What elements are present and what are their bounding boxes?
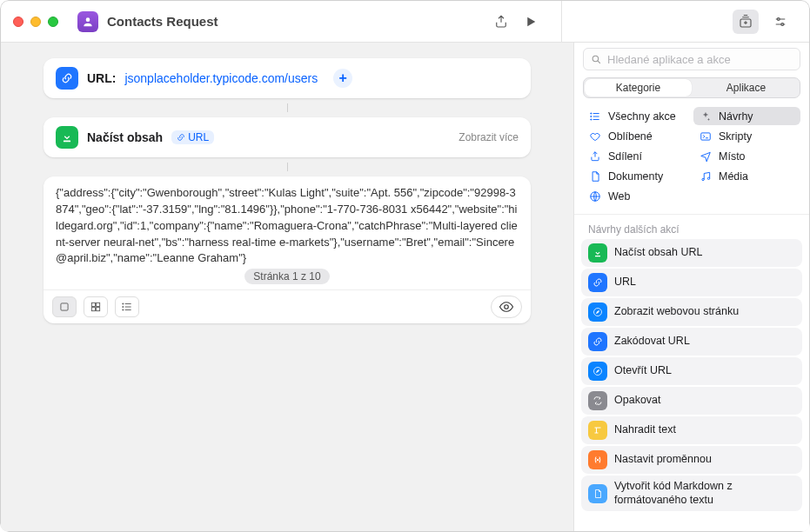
titlebar: Contacts Request xyxy=(1,1,809,43)
text-icon xyxy=(588,421,607,440)
category-label: Skripty xyxy=(719,130,752,143)
url-action-card[interactable]: URL: jsonplaceholder.typicode.com/users … xyxy=(44,58,531,98)
svg-point-19 xyxy=(707,177,709,179)
category-dokumenty[interactable]: Dokumenty xyxy=(583,167,690,185)
suggestion-item[interactable]: Opakovat xyxy=(581,387,802,415)
heart-icon xyxy=(588,130,601,143)
download-icon xyxy=(588,243,607,263)
suggestion-label: Nastavit proměnnou xyxy=(614,453,712,467)
svg-point-13 xyxy=(592,56,599,61)
suggestions-header: Návrhy dalších akcí xyxy=(574,215,809,239)
suggestion-label: Zakódovat URL xyxy=(614,335,690,349)
suggestion-item[interactable]: Otevřít URL xyxy=(581,357,802,385)
library-segment[interactable]: Kategorie Aplikace xyxy=(583,77,800,98)
suggestion-label: Otevřít URL xyxy=(614,364,672,378)
suggestion-item[interactable]: URL xyxy=(581,269,802,296)
url-label: URL: xyxy=(87,71,116,85)
category-web[interactable]: Web xyxy=(583,187,690,205)
category-label: Média xyxy=(719,170,748,183)
window-controls xyxy=(13,17,58,27)
download-icon xyxy=(56,126,78,149)
view-single-button[interactable] xyxy=(52,296,77,317)
link-icon xyxy=(588,332,607,351)
terminal-icon xyxy=(699,130,712,143)
suggestion-item[interactable]: Vytvořit kód Markdown z formátovaného te… xyxy=(581,475,802,511)
share-icon xyxy=(588,150,601,163)
svg-point-16 xyxy=(590,118,591,119)
search-input[interactable] xyxy=(607,53,793,66)
segment-categories[interactable]: Kategorie xyxy=(585,79,692,96)
suggestion-item[interactable]: Zobrazit webovou stránku xyxy=(581,298,802,326)
action-title: Načíst obsah xyxy=(87,130,163,144)
category-všechny-akce[interactable]: Všechny akce xyxy=(583,107,690,125)
segment-apps[interactable]: Aplikace xyxy=(693,78,800,97)
run-button[interactable] xyxy=(518,10,544,34)
list-icon xyxy=(588,110,601,123)
category-oblíbené[interactable]: Oblíbené xyxy=(583,127,690,145)
svg-point-14 xyxy=(590,112,591,113)
category-média[interactable]: Média xyxy=(693,167,800,185)
connector xyxy=(287,103,288,112)
doc-icon xyxy=(588,170,601,183)
svg-point-9 xyxy=(123,303,124,304)
svg-rect-3 xyxy=(64,141,70,143)
safari-icon xyxy=(588,303,607,322)
doc-icon xyxy=(588,484,607,503)
quicklook-button[interactable] xyxy=(491,296,522,318)
shortcut-app-icon xyxy=(77,11,98,32)
get-contents-action-card[interactable]: Načíst obsah URL Zobrazit více xyxy=(44,117,531,157)
svg-rect-17 xyxy=(700,132,710,139)
close-window[interactable] xyxy=(13,17,23,27)
url-value-field[interactable]: jsonplaceholder.typicode.com/users xyxy=(124,71,318,85)
share-button[interactable] xyxy=(488,10,514,34)
sparkle-icon xyxy=(699,110,712,123)
suggestion-item[interactable]: Zakódovat URL xyxy=(581,328,802,356)
svg-point-12 xyxy=(505,305,509,309)
suggestion-item[interactable]: Nastavit proměnnou xyxy=(581,446,802,474)
zoom-window[interactable] xyxy=(48,17,58,27)
music-icon xyxy=(699,170,712,183)
actions-sidebar: Kategorie Aplikace Všechny akceNávrhyObl… xyxy=(574,43,809,531)
svg-point-15 xyxy=(590,116,591,116)
svg-point-10 xyxy=(123,307,124,308)
suggestion-label: Zobrazit webovou stránku xyxy=(614,305,739,319)
result-text: {"address":{"city":"Gwenborough","street… xyxy=(44,176,531,269)
result-preview-card: {"address":{"city":"Gwenborough","street… xyxy=(44,176,531,323)
category-sdílení[interactable]: Sdílení xyxy=(583,147,690,165)
minimize-window[interactable] xyxy=(30,17,41,27)
category-místo[interactable]: Místo xyxy=(693,147,800,165)
safari-icon xyxy=(588,362,607,381)
show-more-link[interactable]: Zobrazit více xyxy=(459,131,519,143)
svg-rect-7 xyxy=(91,308,95,311)
category-návrhy[interactable]: Návrhy xyxy=(693,107,800,125)
search-field[interactable] xyxy=(583,48,800,70)
category-label: Dokumenty xyxy=(608,170,663,183)
repeat-icon xyxy=(588,391,607,410)
category-label: Sdílení xyxy=(608,150,642,163)
suggestion-item[interactable]: Nahradit text xyxy=(581,416,802,444)
svg-rect-21 xyxy=(595,256,600,256)
suggestion-label: Nahradit text xyxy=(614,423,676,437)
workflow-canvas[interactable]: URL: jsonplaceholder.typicode.com/users … xyxy=(1,43,574,531)
svg-rect-8 xyxy=(97,308,100,311)
window-title: Contacts Request xyxy=(107,14,218,29)
library-toggle[interactable] xyxy=(733,10,759,34)
category-label: Web xyxy=(608,190,630,203)
view-list-button[interactable] xyxy=(115,296,139,317)
category-label: Místo xyxy=(719,150,746,163)
settings-toggle[interactable] xyxy=(767,10,793,34)
suggestion-label: Opakovat xyxy=(614,394,661,408)
svg-rect-5 xyxy=(91,303,95,307)
svg-point-11 xyxy=(123,309,124,310)
url-variable-token[interactable]: URL xyxy=(171,130,214,144)
category-skripty[interactable]: Skripty xyxy=(693,127,800,145)
add-url-button[interactable]: + xyxy=(333,69,352,88)
suggestion-item[interactable]: Načíst obsah URL xyxy=(581,239,802,267)
link-icon xyxy=(588,273,607,292)
location-icon xyxy=(699,150,712,163)
suggestion-label: Vytvořit kód Markdown z formátovaného te… xyxy=(614,480,795,507)
link-icon xyxy=(56,67,78,90)
category-label: Návrhy xyxy=(719,110,753,123)
suggestion-label: URL xyxy=(614,276,636,289)
view-grid-button[interactable] xyxy=(84,296,108,317)
